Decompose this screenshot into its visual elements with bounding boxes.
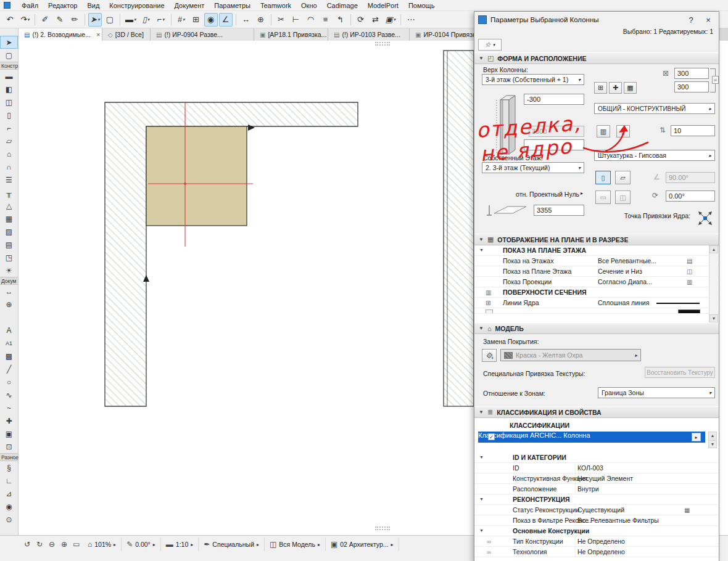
group-row[interactable]: ▼ ПОКАЗ НА ПЛАНЕ ЭТАЖА	[474, 245, 719, 256]
veneer-core-button[interactable]: ▥	[597, 125, 610, 137]
undo-icon[interactable]: ↶	[3, 13, 17, 27]
group-row[interactable]: ▼ РЕКОНСТРУКЦИЯ	[474, 494, 719, 505]
group-row[interactable]: ▼ Основные Конструкции	[474, 526, 719, 536]
section-geometry[interactable]: ▼ ◰ ФОРМА И РАСПОЛОЖЕНИЕ	[474, 52, 719, 64]
group-row[interactable]: ▼ ID И КАТЕГОРИИ	[474, 452, 719, 463]
morph-tool-icon[interactable]: △	[0, 199, 18, 212]
wall-tool-button[interactable]: ▬▾	[123, 13, 138, 27]
anchor-point-selector[interactable]	[697, 210, 714, 227]
section-tool-icon[interactable]: §	[0, 461, 18, 474]
more-options-icon[interactable]: ⋯	[404, 13, 418, 27]
property-row[interactable]: ∞ Технология Не Определено	[474, 547, 719, 557]
zone-tool-icon[interactable]: ▨	[0, 225, 18, 238]
profile-rectangular-button[interactable]: ▯	[595, 171, 611, 184]
profile-wrapped-button[interactable]: ◫	[615, 190, 631, 204]
property-row[interactable]: ⊞ Линии Ядра Сплошная линия	[474, 298, 719, 308]
offset-icon[interactable]: ≡	[319, 13, 333, 27]
group-row[interactable]: ▥ ПОВЕРХНОСТИ СЕЧЕНИЯ	[474, 287, 719, 298]
polyline-tool-icon[interactable]: ∿	[0, 388, 18, 401]
tab-worksheet-0904[interactable]: ▤ (!) ИР-0904 Разве...	[151, 28, 254, 41]
zoom-in-icon[interactable]: ⊕	[58, 538, 70, 551]
marquee-tool-icon[interactable]: ▢	[103, 13, 117, 27]
classification-value[interactable]: Колонна	[563, 432, 590, 439]
checkbox-checked[interactable]: ✓	[488, 433, 495, 440]
property-row[interactable]: Расположение Внутри	[474, 484, 719, 494]
property-row[interactable]: ∞ Тип Конструкции Не Определено	[474, 536, 719, 547]
hotspot-tool-icon[interactable]: ✚	[0, 414, 18, 427]
reset-texture-button[interactable]: Восстановить Текстуру	[645, 367, 715, 378]
property-row[interactable]: Статус Реконструкции Существующий ▦	[474, 505, 719, 515]
spline-tool-icon[interactable]: ~	[0, 401, 18, 414]
property-row[interactable]: Показ в Фильтре Реконс... Все Релевантны…	[474, 515, 719, 526]
property-value[interactable]: Существующий	[577, 506, 624, 514]
top-offset-input[interactable]: -300	[524, 94, 584, 105]
scroll-down-icon[interactable]: ▼	[708, 440, 717, 448]
section-plan-display[interactable]: ▼ ▦ ОТОБРАЖЕНИЕ НА ПЛАНЕ И В РАЗРЕЗЕ	[474, 234, 719, 245]
veneer-finish-button[interactable]: ▯	[616, 125, 630, 137]
fit-view-icon[interactable]: ▭	[70, 538, 83, 551]
display-core-veneer-icon[interactable]: ⊞	[594, 82, 607, 94]
veneer-material-select[interactable]: Штукатурка - Гипсовая ▸	[594, 150, 715, 161]
property-value[interactable]: Несущий Элемент	[577, 475, 633, 482]
property-row[interactable]: Показ Проекции Согласно Диапа... ▥	[474, 277, 719, 287]
dialog-title-bar[interactable]: Параметры Выбранной Колонны ? ×	[474, 12, 719, 28]
property-value[interactable]: Сплошная линия	[598, 299, 649, 306]
scroll-up-icon[interactable]: ▲	[708, 432, 717, 440]
group-button[interactable]: ▣▾	[384, 13, 398, 27]
column-tool-icon[interactable]: ▯	[0, 109, 18, 121]
menu-view[interactable]: Вид	[82, 1, 104, 10]
property-row[interactable]: Конструктивная Функция Несущий Элемент	[474, 473, 719, 484]
shell-tool-icon[interactable]: ∩	[0, 160, 18, 173]
mesh-tool-icon[interactable]: ▦	[0, 212, 18, 225]
arrow-tool-button[interactable]: ➤▾	[88, 13, 102, 27]
core-height-input[interactable]: 300	[674, 81, 709, 92]
drawing-tool-icon[interactable]: ⊡	[0, 440, 18, 453]
palette-handle[interactable]	[375, 42, 390, 46]
menu-window[interactable]: Окно	[296, 1, 322, 10]
display-full-icon[interactable]: ▦	[624, 82, 637, 94]
fillet-icon[interactable]: ◠	[304, 13, 318, 27]
property-value[interactable]: Не Определено	[577, 538, 625, 545]
navigate-back-icon[interactable]: ↺	[21, 538, 33, 551]
profile-extra-button[interactable]: ▭	[595, 190, 611, 204]
stretch-icon[interactable]: ↰	[334, 13, 347, 27]
rotation-input[interactable]: 0.00°	[666, 190, 715, 202]
slab-tool-icon[interactable]: ▱	[0, 134, 18, 147]
property-value[interactable]: Согласно Диапа...	[598, 278, 652, 285]
bottom-offset-input[interactable]	[524, 139, 584, 150]
curtain-wall-tool-icon[interactable]: ▤	[0, 238, 18, 251]
line-tool-icon[interactable]: ╱	[0, 362, 18, 375]
menu-cadimage[interactable]: Cadimage	[322, 1, 363, 10]
property-value[interactable]: Все Релевантные...	[598, 257, 656, 264]
zones-relation-select[interactable]: Граница Зоны ▾	[598, 387, 715, 398]
tab-3d-all[interactable]: ◇ [3D / Все]	[102, 28, 151, 41]
close-icon[interactable]: ×	[96, 31, 100, 38]
section-model[interactable]: ▼ ⌂ МОДЕЛЬ	[474, 322, 719, 334]
label-tool-icon[interactable]: A1	[0, 337, 18, 350]
snap-grid-icon[interactable]: ⊞	[189, 13, 203, 27]
menu-modelport[interactable]: ModelPort	[363, 1, 403, 10]
menu-file[interactable]: Файл	[17, 1, 43, 10]
navigate-forward-icon[interactable]: ↻	[33, 538, 46, 551]
window-tool-icon[interactable]: ◫	[0, 96, 18, 109]
property-value[interactable]: КОЛ-003	[577, 464, 603, 472]
pick-up-parameters-icon[interactable]: ✐	[38, 13, 52, 27]
beam-tool-button[interactable]: ⌐▾	[154, 13, 168, 27]
object-tool-icon[interactable]: ◳	[0, 251, 18, 264]
rotate-icon[interactable]: ⟳	[354, 13, 368, 27]
tab-floor-plan[interactable]: ▤ (!) 2. Возводимые... ×	[19, 28, 102, 41]
profile-slanted-button[interactable]: ▱	[615, 171, 631, 184]
beam-tool-icon[interactable]: ⌐	[0, 121, 18, 134]
text-tool-icon[interactable]: A	[0, 324, 18, 337]
scroll-up-icon[interactable]: ▲	[709, 245, 718, 253]
tab-detail-ar18[interactable]: ▣ [АР18.1 Привязка...	[254, 28, 328, 41]
reference-level-label[interactable]: отн. Проектный Нуль	[482, 190, 579, 198]
classification-picker-button[interactable]: ▸	[692, 433, 701, 441]
property-row-clipped[interactable]	[474, 308, 719, 314]
camera-tool-icon[interactable]: ◉	[0, 500, 18, 513]
elevation-tool-icon[interactable]: ∟	[0, 474, 18, 487]
drawing-canvas[interactable]	[19, 41, 474, 535]
help-button[interactable]: ?	[684, 15, 698, 25]
guide-lines-icon[interactable]: ∠	[219, 13, 233, 27]
paint-bucket-button[interactable]	[482, 349, 497, 362]
